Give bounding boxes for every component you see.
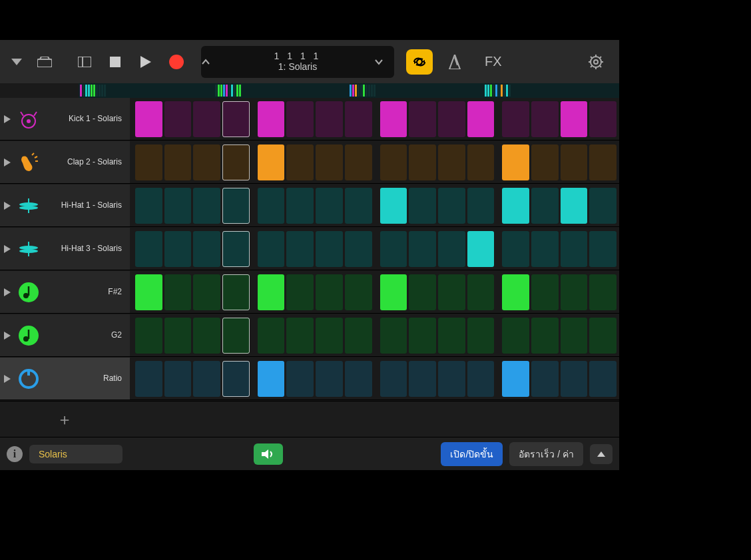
step-cell[interactable] bbox=[135, 231, 162, 267]
metronome-icon[interactable] bbox=[445, 52, 465, 72]
speaker-button[interactable] bbox=[254, 443, 283, 465]
step-cell[interactable] bbox=[222, 144, 250, 180]
step-cell[interactable] bbox=[286, 188, 314, 224]
step-cell[interactable] bbox=[345, 274, 372, 310]
step-cell[interactable] bbox=[345, 231, 372, 267]
step-cell[interactable] bbox=[409, 318, 436, 354]
step-cell[interactable] bbox=[316, 144, 343, 180]
step-cell[interactable] bbox=[316, 231, 343, 267]
step-cell[interactable] bbox=[409, 231, 436, 267]
step-cell[interactable] bbox=[222, 231, 250, 267]
step-cell[interactable] bbox=[135, 274, 162, 310]
step-cell[interactable] bbox=[135, 188, 162, 224]
step-cell[interactable] bbox=[286, 361, 314, 397]
step-cell[interactable] bbox=[531, 318, 559, 354]
step-cell[interactable] bbox=[345, 144, 372, 180]
step-cell[interactable] bbox=[502, 101, 529, 137]
step-cell[interactable] bbox=[467, 188, 495, 224]
step-cell[interactable] bbox=[222, 101, 250, 137]
preset-name-field[interactable]: Solaris bbox=[29, 445, 123, 463]
step-cell[interactable] bbox=[380, 188, 407, 224]
step-cell[interactable] bbox=[135, 361, 162, 397]
step-cell[interactable] bbox=[164, 318, 192, 354]
step-cell[interactable] bbox=[164, 144, 192, 180]
lcd-prev-icon[interactable] bbox=[201, 59, 221, 65]
step-cell[interactable] bbox=[438, 188, 465, 224]
step-cell[interactable] bbox=[531, 361, 559, 397]
row-disclosure-icon[interactable] bbox=[4, 332, 11, 340]
rate-value-button[interactable]: อัตราเร็ว / ค่า bbox=[509, 442, 583, 466]
step-cell[interactable] bbox=[316, 318, 343, 354]
step-cell[interactable] bbox=[258, 274, 285, 310]
step-cell[interactable] bbox=[502, 318, 529, 354]
step-cell[interactable] bbox=[286, 231, 314, 267]
step-cell[interactable] bbox=[438, 318, 465, 354]
step-cell[interactable] bbox=[380, 274, 407, 310]
step-cell[interactable] bbox=[193, 231, 220, 267]
step-cell[interactable] bbox=[316, 188, 343, 224]
step-cell[interactable] bbox=[467, 361, 495, 397]
step-cell[interactable] bbox=[345, 101, 372, 137]
lcd-next-icon[interactable] bbox=[374, 59, 394, 65]
step-cell[interactable] bbox=[409, 274, 436, 310]
step-cell[interactable] bbox=[409, 188, 436, 224]
row-disclosure-icon[interactable] bbox=[4, 202, 11, 210]
step-cell[interactable] bbox=[589, 318, 617, 354]
step-cell[interactable] bbox=[345, 361, 372, 397]
play-button[interactable] bbox=[136, 52, 156, 72]
step-cell[interactable] bbox=[409, 361, 436, 397]
loop-button[interactable] bbox=[406, 49, 433, 75]
step-cell[interactable] bbox=[258, 144, 285, 180]
step-cell[interactable] bbox=[409, 144, 436, 180]
step-cell[interactable] bbox=[409, 101, 436, 137]
row-disclosure-icon[interactable] bbox=[4, 158, 11, 166]
step-cell[interactable] bbox=[561, 274, 588, 310]
step-cell[interactable] bbox=[222, 188, 250, 224]
step-cell[interactable] bbox=[467, 101, 495, 137]
row-disclosure-icon[interactable] bbox=[4, 288, 11, 296]
step-cell[interactable] bbox=[380, 101, 407, 137]
step-cell[interactable] bbox=[193, 274, 220, 310]
menu-triangle-icon[interactable] bbox=[7, 52, 27, 72]
step-cell[interactable] bbox=[438, 101, 465, 137]
step-cell[interactable] bbox=[589, 274, 617, 310]
step-cell[interactable] bbox=[438, 361, 465, 397]
step-cell[interactable] bbox=[589, 361, 617, 397]
lcd-patch-name[interactable]: 1: Solaris bbox=[221, 62, 374, 72]
step-cell[interactable] bbox=[589, 101, 617, 137]
step-cell[interactable] bbox=[589, 188, 617, 224]
step-cell[interactable] bbox=[502, 361, 529, 397]
step-cell[interactable] bbox=[258, 318, 285, 354]
step-cell[interactable] bbox=[286, 144, 314, 180]
stop-button[interactable] bbox=[105, 52, 125, 72]
step-cell[interactable] bbox=[258, 101, 285, 137]
step-cell[interactable] bbox=[380, 144, 407, 180]
step-cell[interactable] bbox=[531, 188, 559, 224]
step-cell[interactable] bbox=[164, 188, 192, 224]
step-cell[interactable] bbox=[316, 274, 343, 310]
fx-button[interactable]: FX bbox=[485, 54, 502, 69]
settings-gear-icon[interactable] bbox=[586, 52, 606, 72]
step-cell[interactable] bbox=[531, 274, 559, 310]
row-disclosure-icon[interactable] bbox=[4, 375, 11, 383]
step-cell[interactable] bbox=[286, 318, 314, 354]
step-cell[interactable] bbox=[222, 361, 250, 397]
row-header[interactable]: Kick 1 - Solaris bbox=[0, 98, 130, 140]
step-cell[interactable] bbox=[531, 231, 559, 267]
view-icon[interactable] bbox=[75, 52, 95, 72]
step-cell[interactable] bbox=[164, 231, 192, 267]
step-cell[interactable] bbox=[561, 318, 588, 354]
step-cell[interactable] bbox=[164, 274, 192, 310]
record-button[interactable] bbox=[166, 52, 186, 72]
step-cell[interactable] bbox=[438, 274, 465, 310]
pattern-overview[interactable] bbox=[79, 83, 619, 98]
step-cell[interactable] bbox=[467, 318, 495, 354]
step-cell[interactable] bbox=[193, 361, 220, 397]
row-header[interactable]: Ratio bbox=[0, 358, 130, 400]
step-cell[interactable] bbox=[316, 361, 343, 397]
step-cell[interactable] bbox=[193, 144, 220, 180]
step-cell[interactable] bbox=[193, 101, 220, 137]
step-cell[interactable] bbox=[135, 101, 162, 137]
step-cell[interactable] bbox=[258, 231, 285, 267]
step-cell[interactable] bbox=[380, 361, 407, 397]
